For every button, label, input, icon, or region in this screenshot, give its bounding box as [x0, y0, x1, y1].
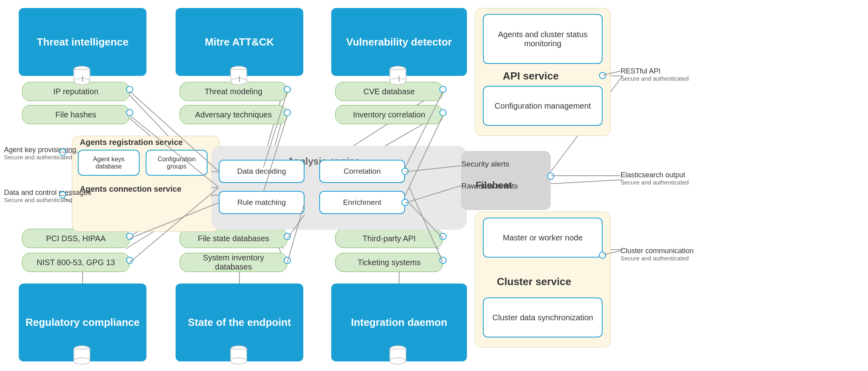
- enrichment-right-connector: [401, 199, 409, 206]
- data-control-connector: [59, 191, 66, 198]
- cve-database-label: CVE database: [364, 87, 415, 96]
- elasticsearch-secure-label: Secure and authenticated: [621, 179, 689, 186]
- file-hashes-label: File hashes: [55, 110, 96, 119]
- svg-point-44: [231, 358, 247, 364]
- cluster-comm-label: Cluster communication: [621, 247, 694, 255]
- data-decoding-label: Data decoding: [237, 167, 286, 176]
- enrichment-box: Enrichment: [319, 191, 405, 214]
- adversary-techniques-pill: Adversary techniques: [180, 105, 287, 124]
- cluster-comm-secure-label: Secure and authenticated: [621, 255, 689, 262]
- master-worker-label: Master or worker node: [503, 233, 583, 242]
- ticketing-label: Ticketing systems: [358, 258, 421, 267]
- third-party-connector: [439, 233, 447, 240]
- ip-reputation-label: IP reputation: [53, 87, 98, 96]
- adversary-techniques-label: Adversary techniques: [195, 110, 272, 119]
- agent-keys-db-label: Agent keys database: [83, 156, 134, 170]
- mitre-cylinder: [229, 65, 249, 87]
- svg-point-47: [390, 358, 406, 364]
- raw-data-events-label: Raw data events: [461, 182, 518, 190]
- threat-modeling-connector: [284, 86, 291, 93]
- svg-point-41: [74, 358, 90, 364]
- api-service-right-connector: [599, 72, 606, 79]
- pci-dss-pill: PCI DSS, HIPAA: [22, 229, 130, 248]
- data-decoding-box: Data decoding: [219, 160, 304, 183]
- data-control-label: Data and control messages: [4, 188, 91, 197]
- regulatory-label: Regulatory compliance: [26, 316, 140, 329]
- correlation-label: Correlation: [344, 167, 381, 176]
- pci-dss-connector: [126, 233, 133, 240]
- correlation-right-connector: [401, 168, 409, 175]
- ip-reputation-connector: [126, 86, 133, 93]
- integration-cylinder: [388, 344, 408, 366]
- sys-inventory-label: System inventory databases: [188, 253, 279, 272]
- endpoint-label: State of the endpoint: [188, 316, 291, 329]
- ticketing-pill: Ticketing systems: [335, 253, 443, 272]
- file-state-label: File state databases: [198, 234, 269, 243]
- inventory-correlation-label: Inventory correlation: [353, 110, 425, 119]
- third-party-pill: Third-party API: [335, 229, 443, 248]
- mitre-label: Mitre ATT&CK: [205, 36, 274, 48]
- ticketing-connector: [439, 257, 447, 264]
- sys-inventory-connector: [284, 257, 291, 264]
- file-hashes-pill: File hashes: [22, 105, 130, 124]
- agents-reg-title: Agents registration service: [80, 138, 183, 147]
- diagram-container: Threat intelligence Mitre ATT&CK Vulnera…: [0, 0, 868, 371]
- inventory-correlation-connector: [439, 109, 447, 116]
- api-monitoring-label: Agents and cluster status monitoring: [488, 30, 597, 48]
- agent-key-prov-connector: [59, 149, 66, 156]
- file-state-connector: [284, 233, 291, 240]
- svg-point-32: [74, 78, 90, 85]
- svg-point-35: [231, 78, 247, 85]
- threat-intelligence-label: Threat intelligence: [37, 36, 129, 48]
- config-groups-box: Configuration groups: [146, 150, 208, 176]
- config-mgmt-box: Configuration management: [483, 86, 603, 126]
- cluster-service-title: Cluster service: [497, 276, 571, 288]
- vulnerability-cylinder: [388, 65, 408, 87]
- threat-intel-cylinder: [72, 65, 92, 87]
- master-worker-box: Master or worker node: [483, 218, 603, 258]
- rule-matching-label: Rule matching: [237, 198, 286, 207]
- nist-pill: NIST 800-53, GPG 13: [22, 253, 130, 272]
- regulatory-cylinder: [72, 344, 92, 366]
- sys-inventory-pill: System inventory databases: [180, 253, 287, 272]
- nist-label: NIST 800-53, GPG 13: [37, 258, 115, 267]
- restful-secure-label: Secure and authenticated: [621, 75, 689, 82]
- third-party-label: Third-party API: [362, 234, 415, 243]
- restful-api-label: RESTful API: [621, 67, 660, 75]
- adversary-techniques-connector: [284, 109, 291, 116]
- svg-point-38: [390, 78, 406, 85]
- api-service-title: API service: [503, 70, 559, 82]
- integration-label: Integration daemon: [351, 316, 447, 329]
- config-mgmt-label: Configuration management: [494, 101, 591, 111]
- cve-database-connector: [439, 86, 447, 93]
- file-hashes-connector: [126, 109, 133, 116]
- config-groups-label: Configuration groups: [151, 156, 202, 170]
- pci-dss-label: PCI DSS, HIPAA: [46, 234, 106, 243]
- endpoint-cylinder: [229, 344, 249, 366]
- threat-modeling-label: Threat modeling: [205, 87, 263, 96]
- api-monitoring-box: Agents and cluster status monitoring: [483, 14, 603, 64]
- file-state-pill: File state databases: [180, 229, 287, 248]
- rule-matching-box: Rule matching: [219, 191, 304, 214]
- cluster-data-sync-box: Cluster data synchronization: [483, 298, 603, 337]
- elasticsearch-label: Elasticsearch output: [621, 171, 685, 179]
- correlation-box: Correlation: [319, 160, 405, 183]
- vulnerability-label: Vulnerability detector: [346, 36, 452, 48]
- nist-connector: [126, 257, 133, 264]
- enrichment-label: Enrichment: [343, 198, 381, 207]
- cluster-service-right-connector: [599, 252, 606, 259]
- agent-keys-db-box: Agent keys database: [78, 150, 140, 176]
- agents-conn-title: Agents connection service: [80, 185, 182, 194]
- cluster-data-sync-label: Cluster data synchronization: [492, 313, 593, 322]
- security-alerts-label: Security alerts: [461, 160, 509, 169]
- filebeat-right-connector: [547, 173, 554, 180]
- svg-line-16: [551, 180, 623, 184]
- inventory-correlation-pill: Inventory correlation: [335, 105, 443, 124]
